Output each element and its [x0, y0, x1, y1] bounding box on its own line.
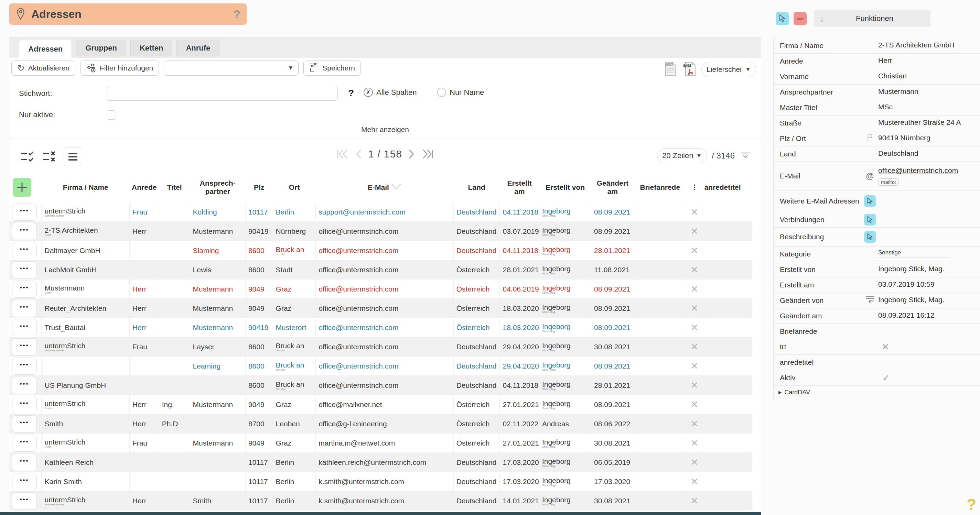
- cell-delete[interactable]: ✕: [686, 356, 703, 376]
- carddav-toggle[interactable]: ▶CardDAV: [773, 386, 980, 399]
- table-row[interactable]: •••2-TS ArchitektenGmbHHerrMustermann904…: [9, 222, 752, 241]
- cell-delete[interactable]: ✕: [686, 434, 703, 453]
- row-actions-button[interactable]: •••: [12, 396, 37, 413]
- first-page-icon[interactable]: [335, 148, 349, 161]
- cell-delete[interactable]: ✕: [686, 222, 703, 241]
- only-active-checkbox[interactable]: [107, 110, 116, 120]
- deselect-all-icon[interactable]: [41, 149, 57, 164]
- row-actions-button[interactable]: •••: [12, 223, 37, 240]
- column-header-name[interactable]: Firma / Name: [41, 172, 129, 202]
- cell-delete[interactable]: ✕: [686, 280, 703, 299]
- row-actions-button[interactable]: •••: [12, 454, 37, 471]
- row-actions-button[interactable]: •••: [12, 242, 37, 259]
- cell-delete[interactable]: ✕: [686, 318, 703, 337]
- row-actions-button[interactable]: •••: [12, 300, 37, 317]
- functions-button[interactable]: ↓ Funktionen: [814, 10, 931, 27]
- row-actions-button[interactable]: •••: [12, 434, 37, 452]
- open-email-addresses-button[interactable]: [864, 195, 876, 207]
- column-header-erstellt-am[interactable]: Erstellt am: [500, 172, 539, 202]
- table-row[interactable]: •••Kathleen Reich10117Berlinkathleen.rei…: [9, 453, 752, 472]
- cell-delete[interactable]: ✕: [686, 202, 703, 222]
- table-row[interactable]: •••Daltmayer GmbHSlaming8600Bruck ander …: [9, 241, 752, 260]
- collapse-list-icon[interactable]: [740, 151, 751, 161]
- show-more-link[interactable]: Mehr anzeigen: [361, 126, 409, 134]
- table-row[interactable]: •••untermStrichGmbHHerrIng.Mustermann904…: [9, 395, 752, 414]
- prev-page-icon[interactable]: [353, 148, 363, 161]
- search-help-icon[interactable]: ?: [348, 87, 354, 99]
- column-header-erstellt-von[interactable]: Erstellt von: [539, 172, 591, 202]
- row-actions-button[interactable]: •••: [12, 203, 37, 221]
- help-bottom-icon[interactable]: ?: [967, 495, 976, 513]
- add-address-button[interactable]: [13, 178, 31, 197]
- cell-delete[interactable]: ✕: [686, 241, 703, 260]
- table-row[interactable]: •••untermStrichSoftware GmbHFrauLayser86…: [9, 337, 752, 356]
- list-menu-button[interactable]: [64, 148, 82, 166]
- row-actions-button[interactable]: •••: [12, 377, 37, 394]
- table-row[interactable]: •••untermStrichSoftware GmbHFrauKolding1…: [9, 202, 752, 222]
- row-actions-button[interactable]: •••: [12, 261, 37, 278]
- column-header-anredetitel[interactable]: anredetitel: [703, 172, 752, 202]
- radio-all-columns[interactable]: ✗ Alle Spalten: [364, 87, 417, 97]
- cell-delete[interactable]: ✕: [686, 472, 703, 491]
- tab-ketten[interactable]: Ketten: [130, 40, 172, 56]
- document-type-select[interactable]: Lieferschein ▼: [702, 62, 756, 77]
- add-filter-button[interactable]: Filter hinzufügen: [80, 60, 159, 76]
- table-row[interactable]: •••Reuter_ArchitektenHerrMustermann9049G…: [9, 299, 752, 318]
- row-actions-button[interactable]: •••: [12, 319, 37, 336]
- refresh-button[interactable]: ↻ Aktualisieren: [11, 60, 75, 76]
- row-actions-button[interactable]: •••: [12, 492, 37, 510]
- table-row[interactable]: •••US Planung GmbH8600Bruck ander Muroff…: [9, 376, 752, 395]
- table-row[interactable]: •••SmithHerrPh.D8700Leobenoffice@g-l.eni…: [9, 414, 752, 434]
- column-header-email[interactable]: E-Mail: [316, 172, 453, 202]
- row-actions-button[interactable]: •••: [12, 473, 37, 490]
- table-row[interactable]: •••untermStrichSoftware GmbHHerrSmith101…: [9, 491, 752, 510]
- select-all-icon[interactable]: [20, 149, 35, 164]
- detail-value-text[interactable]: office@untermstrich.com: [878, 166, 958, 175]
- row-actions-button[interactable]: •••: [12, 358, 37, 375]
- row-actions-button[interactable]: •••: [12, 338, 37, 356]
- column-header-plz[interactable]: Plz: [245, 172, 273, 202]
- table-row[interactable]: •••MustermannGmbHHerrMustermann9049Grazo…: [9, 280, 752, 299]
- row-actions-button[interactable]: •••: [12, 415, 37, 432]
- column-header-titel[interactable]: Titel: [159, 172, 190, 202]
- row-actions-button[interactable]: •••: [12, 281, 37, 298]
- table-row[interactable]: •••LachMoit GmbHLewis8600Stadtoffice@unt…: [9, 260, 752, 280]
- export-pdf-button[interactable]: PDF: [682, 60, 697, 78]
- table-row[interactable]: •••untermStrichGmbHFrauMustermann9049Gra…: [9, 434, 752, 453]
- cell-delete[interactable]: ✕: [686, 260, 703, 280]
- column-header-geaendert-am[interactable]: Geändert am: [591, 172, 634, 202]
- next-page-icon[interactable]: [407, 148, 417, 161]
- tab-gruppen[interactable]: Gruppen: [76, 40, 126, 56]
- saved-filter-select[interactable]: ▼: [164, 60, 299, 76]
- table-row[interactable]: •••Trust_BautalHerrMustermann90419Muster…: [9, 318, 752, 337]
- cell-delete[interactable]: ✕: [686, 414, 703, 434]
- mailto-badge[interactable]: mailto:: [878, 178, 899, 186]
- table-row[interactable]: •••Leaming8600Bruck ander Muroffice@unte…: [9, 356, 752, 376]
- cell-delete[interactable]: ✕: [686, 453, 703, 472]
- column-header-anrede[interactable]: Anrede: [129, 172, 159, 202]
- column-header-briefanrede[interactable]: Briefanrede: [634, 172, 686, 202]
- column-menu-icon[interactable]: ⋮: [686, 172, 703, 202]
- keyword-input[interactable]: [107, 87, 338, 101]
- open-connections-button[interactable]: [864, 214, 876, 226]
- save-button[interactable]: Speichern: [303, 60, 361, 76]
- cell-delete[interactable]: ✕: [686, 395, 703, 414]
- tab-anrufe[interactable]: Anrufe: [177, 40, 220, 56]
- tab-adressen[interactable]: Adressen: [19, 40, 72, 58]
- export-csv-button[interactable]: CSV: [663, 60, 678, 78]
- open-description-button[interactable]: [864, 231, 876, 243]
- cell-delete[interactable]: ✕: [686, 337, 703, 356]
- column-header-ort[interactable]: Ort: [273, 172, 316, 202]
- radio-only-name[interactable]: Nur Name: [437, 87, 484, 97]
- help-icon[interactable]: ?: [233, 8, 240, 21]
- table-row[interactable]: •••Karin Smith10117Berlink.smith@unterms…: [9, 472, 752, 491]
- cell-delete[interactable]: ✕: [686, 299, 703, 318]
- last-page-icon[interactable]: [422, 148, 435, 161]
- remove-button[interactable]: [794, 12, 807, 25]
- cell-delete[interactable]: ✕: [686, 376, 703, 395]
- rows-per-page-select[interactable]: 20 Zeilen ▼: [657, 148, 707, 163]
- column-header-land[interactable]: Land: [453, 172, 500, 202]
- column-header-ansprechpartner[interactable]: Ansprech-partner: [190, 172, 245, 202]
- select-record-button[interactable]: [776, 12, 789, 25]
- cell-delete[interactable]: ✕: [686, 491, 703, 510]
